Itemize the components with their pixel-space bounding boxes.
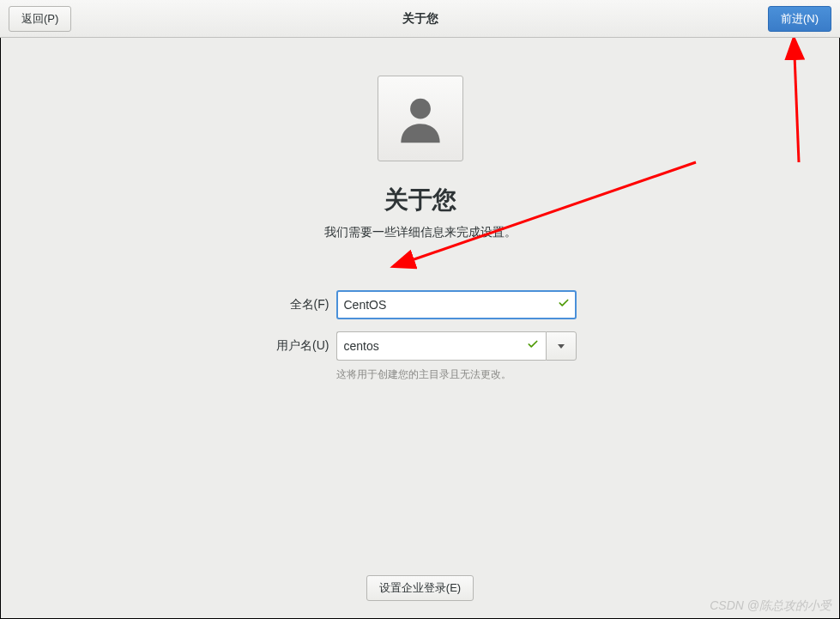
enterprise-login-button[interactable]: 设置企业登录(E): [366, 575, 474, 601]
username-label: 用户名(U): [264, 338, 329, 354]
svg-line-2: [795, 55, 799, 162]
user-form: 全名(F) 用户名(U): [264, 290, 577, 382]
username-dropdown-button[interactable]: [546, 331, 577, 361]
triangle-down-icon: [557, 342, 565, 350]
fullname-label: 全名(F): [264, 297, 329, 313]
page-subtitle: 我们需要一些详细信息来完成设置。: [324, 225, 517, 240]
user-icon: [391, 89, 450, 148]
titlebar: 返回(P) 关于您 前进(N): [0, 0, 840, 38]
page-heading: 关于您: [384, 184, 456, 216]
content-area: 关于您 我们需要一些详细信息来完成设置。 全名(F) 用户名(U): [0, 38, 840, 619]
username-hint: 这将用于创建您的主目录且无法更改。: [336, 367, 577, 382]
fullname-input[interactable]: [336, 290, 577, 319]
username-input[interactable]: [336, 331, 546, 361]
bottom-area: 设置企业登录(E): [1, 575, 839, 601]
fullname-row: 全名(F): [264, 290, 577, 319]
back-button[interactable]: 返回(P): [9, 6, 71, 32]
next-button[interactable]: 前进(N): [768, 6, 831, 32]
window-title: 关于您: [402, 11, 438, 27]
svg-point-0: [410, 99, 431, 119]
username-row: 用户名(U): [264, 331, 577, 361]
avatar-picker[interactable]: [378, 76, 463, 161]
